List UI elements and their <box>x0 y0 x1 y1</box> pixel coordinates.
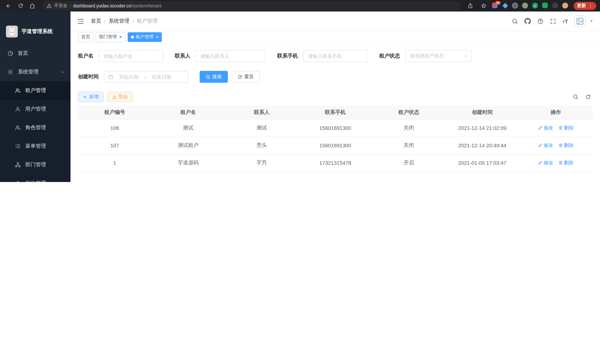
extension-icon[interactable] <box>542 3 548 9</box>
date-range-picker[interactable]: - <box>104 71 188 83</box>
cell-actions: 修改 删除 <box>519 119 593 137</box>
delete-link-label: 删除 <box>564 124 574 131</box>
security-label[interactable]: 不安全 <box>54 3 67 9</box>
chevron-down-icon <box>464 54 468 58</box>
refresh-icon[interactable] <box>585 94 591 100</box>
chrome-actions: 10 y 更新 ⋮ <box>465 1 596 10</box>
table-row: 107 测试租户 秃头 15601691300 关闭 2021-12-14 20… <box>78 137 593 154</box>
back-icon[interactable] <box>4 1 13 10</box>
sidebar-item-menu[interactable]: 菜单管理 <box>0 137 71 156</box>
list-icon <box>15 143 21 149</box>
navbar-actions: TT <box>512 16 593 27</box>
fullscreen-icon[interactable] <box>550 18 556 24</box>
breadcrumb-item[interactable]: 首页 <box>91 18 101 25</box>
extension-icon[interactable] <box>502 3 508 9</box>
export-button-label: 导出 <box>118 93 128 100</box>
search-button[interactable]: 搜索 <box>200 71 228 83</box>
phone-input[interactable] <box>303 50 368 62</box>
sidebar-item-label: 首页 <box>18 50 28 57</box>
column-header: 联系手机 <box>299 106 372 119</box>
edit-link[interactable]: 修改 <box>538 159 553 166</box>
tab-label: 首页 <box>81 34 90 40</box>
divider <box>70 3 71 8</box>
tab-tenant[interactable]: 租户管理 × <box>127 32 162 42</box>
breadcrumb-item[interactable]: 系统管理 <box>109 18 130 25</box>
sidebar-item-user[interactable]: 用户管理 <box>0 100 71 118</box>
calendar-icon <box>108 74 113 79</box>
delete-link[interactable]: 删除 <box>558 159 574 166</box>
sidebar-item-label: 系统管理 <box>18 69 38 75</box>
menu-dots-icon[interactable]: ⋮ <box>588 3 593 8</box>
cell-name: 测试租户 <box>151 137 225 154</box>
sidebar-item-post[interactable]: 岗位管理 <box>0 174 71 182</box>
chevron-up-icon <box>60 70 65 74</box>
browser-chrome: 不安全 dashboard.yudao.iocoder.cn/system/te… <box>0 0 600 11</box>
edit-link[interactable]: 修改 <box>538 124 553 131</box>
close-icon[interactable]: × <box>119 35 122 39</box>
delete-link[interactable]: 删除 <box>558 142 574 149</box>
end-date-input[interactable] <box>148 74 176 80</box>
cell-phone: 17321315478 <box>299 154 372 171</box>
share-icon[interactable] <box>465 1 475 10</box>
font-size-icon[interactable]: TT <box>562 18 568 24</box>
cell-name: 芋道源码 <box>151 154 225 171</box>
chevron-down-icon[interactable] <box>590 19 593 23</box>
extension-icon[interactable] <box>512 3 518 9</box>
status-select[interactable]: 请选择租户状态 <box>405 50 472 62</box>
range-separator: - <box>144 74 146 80</box>
column-header: 操作 <box>519 106 593 119</box>
bookmark-star-icon[interactable] <box>479 1 488 10</box>
sidebar-item-system[interactable]: 系统管理 <box>0 63 71 81</box>
tab-dept[interactable]: 部门管理 × <box>96 32 125 42</box>
edit-link[interactable]: 修改 <box>538 142 553 149</box>
filter-phone: 联系手机 <box>277 50 368 62</box>
url-host: dashboard.yudao.iocoder.cn <box>73 3 131 8</box>
extension-icon[interactable] <box>562 3 568 9</box>
extension-icon[interactable] <box>552 3 558 9</box>
extension-icon[interactable]: y <box>532 3 538 9</box>
sidebar-item-dept[interactable]: 部门管理 <box>0 156 71 174</box>
reload-icon[interactable] <box>16 1 25 10</box>
sidebar-fold-icon[interactable] <box>76 16 86 26</box>
extension-badge: 10 <box>495 1 501 5</box>
sidebar-item-role[interactable]: 角色管理 <box>0 118 71 137</box>
table-row: 1 芋道源码 芋艿 17321315478 开启 2021-01-05 17:0… <box>78 154 593 171</box>
user-icon <box>15 106 21 112</box>
navbar: 首页 / 系统管理 / 租户管理 <box>71 11 600 31</box>
sidebar-submenu-system: 租户管理 用户管理 角色管理 <box>0 81 71 182</box>
filter-contact: 联系人 <box>175 50 266 62</box>
avatar[interactable] <box>574 16 586 27</box>
delete-link-label: 删除 <box>564 142 574 149</box>
sidebar: 芋道管理系统 首页 系统管理 <box>0 11 71 182</box>
update-button[interactable]: 更新 ⋮ <box>574 2 596 10</box>
tab-home[interactable]: 首页 <box>78 32 94 42</box>
filter-tenant-name: 租户名 <box>78 50 164 62</box>
screen: 不安全 dashboard.yudao.iocoder.cn/system/te… <box>0 0 600 182</box>
sidebar-item-tenant[interactable]: 租户管理 <box>0 81 71 100</box>
close-icon[interactable]: × <box>156 35 159 39</box>
extension-icon[interactable] <box>522 3 528 9</box>
reset-button[interactable]: 重置 <box>232 71 260 83</box>
address-bar[interactable]: 不安全 dashboard.yudao.iocoder.cn/system/te… <box>42 1 460 10</box>
sidebar-item-label: 用户管理 <box>25 106 46 112</box>
toggle-search-icon[interactable] <box>572 94 579 100</box>
org-tree-icon <box>15 162 21 168</box>
sidebar-item-home[interactable]: 首页 <box>0 44 71 63</box>
export-button[interactable]: 导出 <box>107 92 133 102</box>
field-label: 联系人 <box>175 53 190 59</box>
home-icon[interactable] <box>28 1 37 10</box>
contact-input[interactable] <box>196 50 266 62</box>
add-button[interactable]: 新增 <box>78 92 103 102</box>
app-title: 芋道管理系统 <box>21 28 53 35</box>
tenant-name-input[interactable] <box>99 50 164 62</box>
sidebar-item-label: 租户管理 <box>25 87 46 94</box>
start-date-input[interactable] <box>115 74 143 80</box>
field-label: 租户名 <box>78 53 94 59</box>
delete-link[interactable]: 删除 <box>558 124 574 131</box>
extension-icon[interactable]: 10 <box>492 3 498 9</box>
cell-contact: 秃头 <box>225 137 299 154</box>
sidebar-item-label: 岗位管理 <box>25 180 46 182</box>
help-icon[interactable] <box>537 18 544 24</box>
search-icon[interactable] <box>512 18 518 24</box>
github-icon[interactable] <box>524 18 531 25</box>
